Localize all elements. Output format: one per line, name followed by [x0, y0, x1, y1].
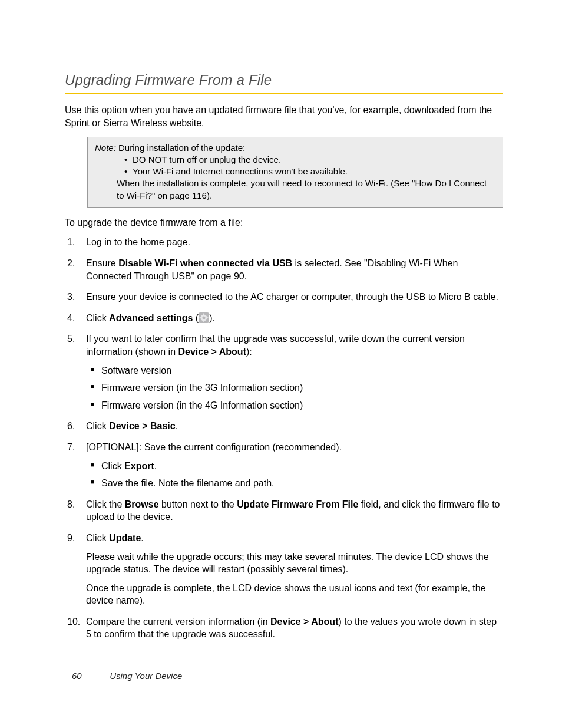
- bold-text: Update: [109, 533, 141, 543]
- note-bullets: DO NOT turn off or unplug the device. Yo…: [124, 154, 492, 178]
- document-page: Upgrading Firmware From a File Use this …: [0, 0, 562, 728]
- step-1: Log in to the home page.: [65, 236, 503, 249]
- note-after: When the installation is complete, you w…: [117, 177, 492, 202]
- step-text: Please wait while the upgrade occurs; th…: [86, 551, 503, 576]
- lead-text: To upgrade the device firmware from a fi…: [65, 216, 503, 229]
- text: Click: [86, 421, 109, 431]
- gear-icon: [199, 312, 209, 323]
- text: button next to the: [159, 499, 237, 509]
- svg-rect-3: [203, 320, 204, 322]
- step-3: Ensure your device is connected to the A…: [65, 291, 503, 304]
- bold-text: Export: [124, 461, 154, 471]
- bold-text: Device > About: [270, 617, 338, 627]
- note-bullet: DO NOT turn off or unplug the device.: [124, 154, 492, 166]
- svg-rect-5: [207, 317, 209, 318]
- sub-item: Software version: [91, 364, 503, 377]
- bold-text: Disable Wi-Fi when connected via USB: [118, 258, 292, 268]
- text: Click: [86, 533, 109, 543]
- text: (: [193, 313, 199, 323]
- step-text: Compare the current version information …: [86, 615, 503, 641]
- page-number: 60: [72, 670, 107, 682]
- page-footer: 60 Using Your Device: [72, 670, 182, 682]
- step-10: Compare the current version information …: [65, 615, 503, 641]
- bold-text: Update Firmware From File: [237, 499, 358, 509]
- step-9: Click Update. Please wait while the upgr…: [65, 532, 503, 607]
- step-2: Ensure Disable Wi-Fi when connected via …: [65, 257, 503, 282]
- text: Click: [101, 461, 124, 471]
- note-lead: During installation of the update:: [118, 143, 245, 153]
- sub-item: Firmware version (in the 4G Information …: [91, 399, 503, 412]
- step-text: Ensure Disable Wi-Fi when connected via …: [86, 257, 503, 282]
- step-sublist: Software version Firmware version (in th…: [91, 364, 503, 412]
- step-8: Click the Browse button next to the Upda…: [65, 498, 503, 523]
- text: If you want to later confirm that the up…: [86, 334, 465, 357]
- step-text: [OPTIONAL]: Save the current configurati…: [86, 441, 503, 454]
- bold-text: Device > About: [178, 347, 246, 357]
- note-box: Note: During installation of the update:…: [87, 137, 503, 208]
- text: .: [154, 461, 157, 471]
- intro-paragraph: Use this option when you have an updated…: [65, 104, 503, 129]
- heading-rule: [65, 93, 503, 94]
- sub-item: Firmware version (in the 3G Information …: [91, 381, 503, 394]
- note-bullet: Your Wi-Fi and Internet connections won'…: [124, 166, 492, 177]
- step-text: Click Update.: [86, 532, 503, 545]
- step-6: Click Device > Basic.: [65, 420, 503, 433]
- section-title: Using Your Device: [110, 671, 182, 681]
- step-text: Ensure your device is connected to the A…: [86, 291, 503, 304]
- step-text: Click Advanced settings ().: [86, 312, 503, 325]
- svg-rect-4: [200, 317, 201, 318]
- steps-list: Log in to the home page. Ensure Disable …: [65, 236, 503, 641]
- step-text: Click the Browse button next to the Upda…: [86, 498, 503, 523]
- bold-text: Browse: [125, 499, 159, 509]
- svg-point-1: [203, 316, 206, 319]
- bold-text: Advanced settings: [109, 313, 193, 323]
- text: ).: [209, 313, 215, 323]
- step-4: Click Advanced settings ().: [65, 312, 503, 325]
- text: Click: [86, 313, 109, 323]
- bold-text: Device > Basic: [109, 421, 176, 431]
- text: Click the: [86, 499, 125, 509]
- page-heading: Upgrading Firmware From a File: [65, 71, 503, 90]
- note-label: Note:: [95, 143, 116, 153]
- text: Compare the current version information …: [86, 617, 270, 627]
- text: .: [176, 421, 178, 431]
- sub-item: Click Export.: [91, 460, 503, 473]
- text: Ensure: [86, 258, 118, 268]
- svg-rect-2: [203, 313, 204, 315]
- text: .: [141, 533, 143, 543]
- step-7: [OPTIONAL]: Save the current configurati…: [65, 441, 503, 490]
- step-text: Log in to the home page.: [86, 236, 503, 249]
- step-text: Once the upgrade is complete, the LCD de…: [86, 582, 503, 607]
- step-5: If you want to later confirm that the up…: [65, 332, 503, 411]
- step-sublist: Click Export. Save the file. Note the fi…: [91, 460, 503, 490]
- step-text: If you want to later confirm that the up…: [86, 332, 503, 358]
- text: ):: [246, 347, 252, 357]
- sub-item: Save the file. Note the filename and pat…: [91, 477, 503, 490]
- step-text: Click Device > Basic.: [86, 420, 503, 433]
- note-lead-line: Note: During installation of the update:: [95, 142, 492, 154]
